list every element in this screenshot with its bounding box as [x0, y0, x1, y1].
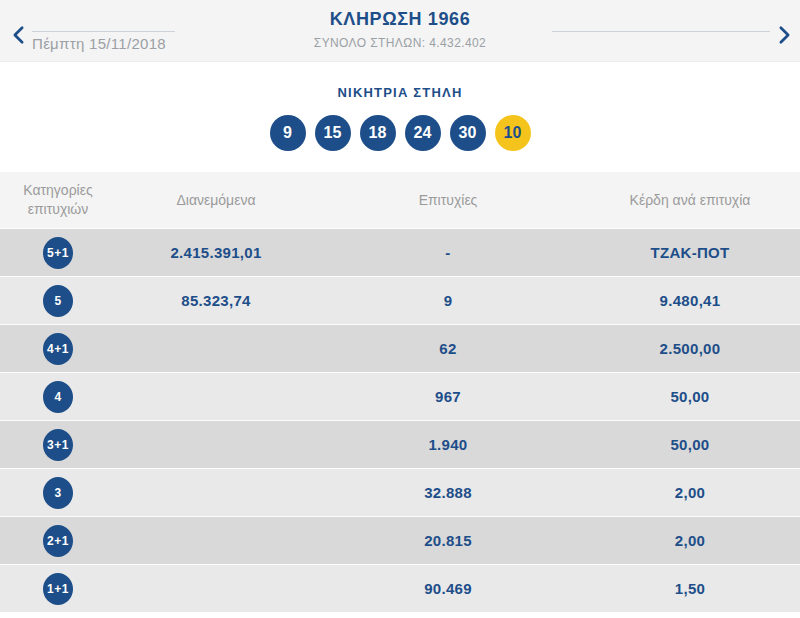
total-columns-label: ΣΥΝΟΛΟ ΣΤΗΛΩΝ: 4.432.402 [200, 36, 600, 50]
winnings-value: 2,00 [580, 532, 800, 549]
category-badge: 4 [43, 381, 73, 413]
chevron-right-icon [778, 25, 791, 48]
winning-column-section: ΝΙΚΗΤΡΙΑ ΣΤΗΛΗ 9 15 18 24 30 10 [0, 62, 800, 172]
winning-number-ball: 18 [360, 115, 396, 151]
column-header-distributed: Διανεμόμενα [116, 187, 316, 214]
table-row: 4 967 50,00 [0, 372, 800, 420]
winners-value: 967 [316, 388, 580, 405]
category-badge: 5 [43, 285, 73, 317]
right-divider [552, 31, 770, 32]
winnings-value: 2,00 [580, 484, 800, 501]
distributed-value: 85.323,74 [116, 292, 316, 309]
winnings-value: 50,00 [580, 388, 800, 405]
joker-number-ball: 10 [495, 115, 531, 151]
winning-numbers: 9 15 18 24 30 10 [0, 115, 800, 151]
table-row: 1+1 90.469 1,50 [0, 564, 800, 612]
category-badge: 1+1 [43, 573, 73, 605]
winning-number-ball: 15 [315, 115, 351, 151]
category-badge: 3+1 [43, 429, 73, 461]
winners-value: 32.888 [316, 484, 580, 501]
table-row: 5 85.323,74 9 9.480,41 [0, 276, 800, 324]
previous-draw-button[interactable] [8, 24, 28, 48]
prize-table: Κατηγορίες επιτυχιών Διανεμόμενα Επιτυχί… [0, 172, 800, 612]
winners-value: - [316, 244, 580, 261]
column-header-winnings: Κέρδη ανά επιτυχία [580, 187, 800, 214]
winnings-value: 1,50 [580, 580, 800, 597]
winners-value: 20.815 [316, 532, 580, 549]
table-row: 5+1 2.415.391,01 - ΤΖΑΚ-ΠΟΤ [0, 228, 800, 276]
winning-number-ball: 9 [270, 115, 306, 151]
distributed-value: 2.415.391,01 [116, 244, 316, 261]
winners-value: 90.469 [316, 580, 580, 597]
draw-date: Πέμπτη 15/11/2018 [32, 35, 166, 52]
winnings-value: 9.480,41 [580, 292, 800, 309]
winning-column-title: ΝΙΚΗΤΡΙΑ ΣΤΗΛΗ [0, 85, 800, 100]
table-row: 4+1 62 2.500,00 [0, 324, 800, 372]
winners-value: 62 [316, 340, 580, 357]
table-row: 3 32.888 2,00 [0, 468, 800, 516]
winnings-value: 2.500,00 [580, 340, 800, 357]
table-row: 3+1 1.940 50,00 [0, 420, 800, 468]
winnings-value: 50,00 [580, 436, 800, 453]
winners-value: 9 [316, 292, 580, 309]
table-row: 2+1 20.815 2,00 [0, 516, 800, 564]
category-badge: 2+1 [43, 525, 73, 557]
column-header-winners: Επιτυχίες [316, 187, 580, 214]
winnings-value: ΤΖΑΚ-ΠΟΤ [580, 244, 800, 261]
draw-header: Πέμπτη 15/11/2018 ΚΛΗΡΩΣΗ 1966 ΣΥΝΟΛΟ ΣΤ… [0, 0, 800, 62]
category-badge: 4+1 [43, 333, 73, 365]
winning-number-ball: 30 [450, 115, 486, 151]
left-divider [32, 31, 175, 32]
winners-value: 1.940 [316, 436, 580, 453]
chevron-left-icon [12, 25, 25, 48]
column-header-categories: Κατηγορίες επιτυχιών [0, 177, 116, 223]
winning-number-ball: 24 [405, 115, 441, 151]
category-badge: 3 [43, 477, 73, 509]
draw-title: ΚΛΗΡΩΣΗ 1966 [200, 9, 600, 30]
next-draw-button[interactable] [774, 24, 794, 48]
category-badge: 5+1 [43, 237, 73, 269]
prize-table-header: Κατηγορίες επιτυχιών Διανεμόμενα Επιτυχί… [0, 172, 800, 228]
